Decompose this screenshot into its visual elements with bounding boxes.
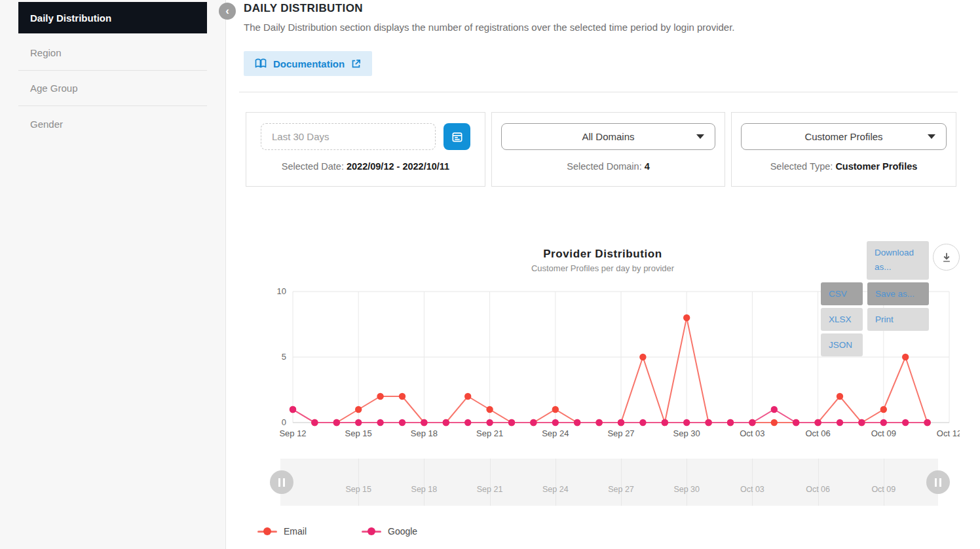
google-data-point[interactable] — [574, 419, 580, 426]
slider-tick-label: Oct 09 — [871, 485, 895, 494]
google-data-point[interactable] — [377, 419, 383, 426]
x-axis-label: Sep 24 — [542, 428, 569, 438]
sidebar-item-daily-distribution[interactable]: Daily Distribution — [18, 2, 207, 33]
menu-item-xlsx[interactable]: XLSX — [821, 308, 863, 331]
menu-item-download-as[interactable]: Download as... — [867, 241, 929, 280]
selected-domain-value: 4 — [645, 161, 650, 172]
slider-gridline — [490, 459, 491, 506]
section-divider — [239, 92, 958, 92]
google-data-point[interactable] — [683, 419, 690, 426]
google-data-point[interactable] — [727, 419, 734, 426]
google-data-point[interactable] — [837, 419, 843, 426]
external-link-icon — [350, 58, 362, 69]
google-data-point[interactable] — [771, 406, 778, 413]
google-data-point[interactable] — [311, 419, 318, 426]
menu-item-print[interactable]: Print — [867, 308, 929, 331]
google-data-point[interactable] — [399, 419, 405, 426]
email-series-marker — [257, 528, 277, 535]
legend-item-email[interactable]: Email — [257, 526, 307, 537]
selected-type-line: Selected Type: Customer Profiles — [732, 161, 956, 172]
x-axis-label: Sep 12 — [279, 428, 306, 438]
domain-dropdown[interactable]: All Domains — [501, 123, 715, 150]
slider-gridline — [752, 459, 753, 506]
selected-type-value: Customer Profiles — [835, 161, 917, 172]
chart-legend: Email Google — [257, 526, 417, 537]
email-data-point[interactable] — [377, 393, 383, 400]
google-data-point[interactable] — [530, 419, 537, 426]
domain-dropdown-value: All Domains — [582, 131, 634, 142]
google-data-point[interactable] — [290, 406, 296, 413]
google-data-point[interactable] — [508, 419, 515, 426]
slider-tick-label: Oct 06 — [806, 485, 830, 494]
google-data-point[interactable] — [880, 419, 887, 426]
email-data-point[interactable] — [464, 393, 471, 400]
selected-domain-line: Selected Domain: 4 — [492, 161, 725, 172]
sidebar-item-gender[interactable]: Gender — [18, 106, 207, 142]
documentation-link[interactable]: Documentation — [244, 51, 372, 76]
type-dropdown[interactable]: Customer Profiles — [741, 123, 947, 150]
chevron-left-icon: ‹ — [225, 5, 229, 18]
google-data-point[interactable] — [595, 419, 602, 426]
email-data-point[interactable] — [355, 406, 362, 413]
calendar-button[interactable] — [443, 123, 470, 150]
google-data-point[interactable] — [902, 419, 909, 426]
datazoom-right-handle[interactable] — [926, 470, 950, 494]
x-axis-label: Oct 06 — [805, 428, 830, 438]
slider-tick-label: Sep 15 — [345, 485, 371, 494]
back-button[interactable]: ‹ — [219, 3, 236, 20]
slider-tick-label: Sep 30 — [673, 485, 700, 494]
slider-tick-label: Sep 24 — [542, 485, 569, 494]
calendar-icon — [451, 130, 464, 143]
menu-item-save-as[interactable]: Save as... — [867, 282, 929, 305]
menu-item-json[interactable]: JSON — [821, 333, 863, 356]
google-data-point[interactable] — [749, 419, 755, 426]
slider-gridline — [818, 459, 819, 506]
google-data-point[interactable] — [618, 419, 624, 426]
google-data-point[interactable] — [814, 419, 821, 426]
sidebar-item-age-group[interactable]: Age Group — [18, 71, 207, 106]
download-icon — [941, 252, 952, 263]
google-data-point[interactable] — [858, 419, 865, 426]
google-data-point[interactable] — [552, 419, 559, 426]
email-data-point[interactable] — [552, 406, 559, 413]
google-data-point[interactable] — [705, 419, 711, 426]
x-axis-label: Sep 27 — [607, 428, 634, 438]
page-description: The Daily Distribution section displays … — [244, 22, 938, 33]
google-data-point[interactable] — [662, 419, 668, 426]
domain-filter-card: All Domains Selected Domain: 4 — [491, 112, 725, 187]
legend-item-google[interactable]: Google — [362, 526, 417, 537]
slider-gridline — [884, 459, 884, 506]
selected-date-value: 2022/09/12 - 2022/10/11 — [347, 161, 449, 172]
slider-gridline — [556, 459, 556, 506]
email-data-point[interactable] — [771, 419, 778, 426]
legend-label-email: Email — [284, 526, 307, 537]
email-data-point[interactable] — [399, 393, 405, 400]
google-data-point[interactable] — [355, 419, 362, 426]
slider-gridline — [358, 459, 359, 506]
email-data-point[interactable] — [880, 406, 887, 413]
y-axis-label: 0 — [282, 417, 286, 427]
selected-date-line: Selected Date: 2022/09/12 - 2022/10/11 — [246, 161, 485, 172]
google-data-point[interactable] — [421, 419, 427, 426]
google-data-point[interactable] — [486, 419, 493, 426]
email-data-point[interactable] — [683, 314, 690, 321]
email-data-point[interactable] — [639, 354, 646, 360]
date-range-input[interactable] — [261, 123, 436, 150]
email-data-point[interactable] — [486, 406, 493, 413]
email-data-point[interactable] — [902, 354, 909, 360]
slider-gridline — [687, 459, 687, 506]
google-data-point[interactable] — [333, 419, 340, 426]
google-data-point[interactable] — [924, 419, 930, 426]
google-data-point[interactable] — [639, 419, 646, 426]
sidebar-item-region[interactable]: Region — [18, 35, 207, 71]
google-data-point[interactable] — [793, 419, 799, 426]
x-axis-label: Sep 30 — [673, 428, 700, 438]
email-data-point[interactable] — [837, 393, 843, 400]
google-data-point[interactable] — [464, 419, 471, 426]
download-button[interactable] — [933, 244, 960, 271]
slider-gridline — [424, 459, 424, 506]
google-data-point[interactable] — [443, 419, 449, 426]
menu-item-csv[interactable]: CSV — [821, 282, 863, 305]
datazoom-left-handle[interactable] — [270, 470, 293, 494]
datazoom-slider[interactable]: Sep 15Sep 18Sep 21Sep 24Sep 27Sep 30Oct … — [280, 459, 938, 506]
